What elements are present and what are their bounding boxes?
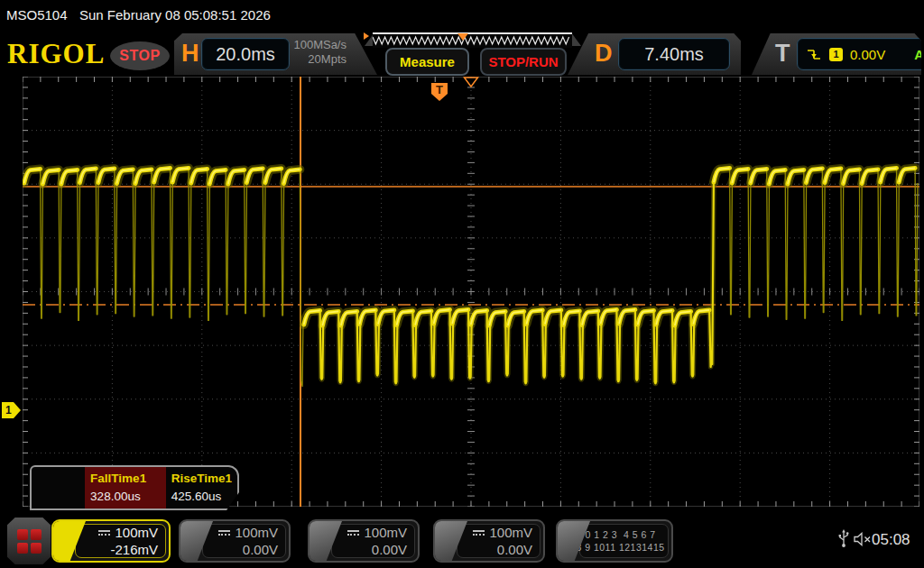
run-state-badge: STOP: [110, 41, 170, 70]
channel2-values: 100mV 0.00V: [202, 524, 286, 558]
trigger-label: T: [775, 40, 790, 68]
horizontal-label: H: [181, 40, 199, 68]
channel2-scale: 100mV: [235, 524, 278, 541]
timebase-value[interactable]: 20.0ms: [201, 38, 290, 70]
channel3-scale: 100mV: [364, 524, 407, 541]
delay-value[interactable]: 7.40ms: [618, 38, 730, 70]
channel1-offset: -216mV: [110, 541, 158, 558]
channel3-values: 100mV 0.00V: [331, 524, 415, 558]
channel1-badge[interactable]: 1 100mV -216mV: [51, 519, 171, 563]
stop-run-button[interactable]: STOP/RUN: [480, 48, 567, 76]
measurement-risetime[interactable]: RiseTime1 425.60us: [166, 467, 237, 508]
acquisition-info: 100MSa/s 20Mpts: [293, 38, 346, 67]
usb-icon: [837, 528, 850, 548]
logic-row2: 8 9 1011 12131415: [576, 541, 664, 554]
overview-zigzag: [373, 35, 572, 47]
channel1-values: 100mV -216mV: [75, 524, 166, 558]
channel3-offset: 0.00V: [372, 541, 407, 558]
overview-trigger-marker-icon: [457, 33, 468, 41]
model-label: MSO5104: [6, 7, 68, 23]
rigol-logo: RIGOL: [7, 38, 105, 70]
menu-grid-icon: [31, 529, 42, 540]
dc-coupling-icon: [218, 530, 230, 536]
measurement-label: RiseTime1: [171, 470, 232, 488]
sample-rate: 100MSa/s: [293, 38, 346, 52]
trigger-control[interactable]: T 1 0.00V A: [752, 33, 921, 75]
memory-depth: 20Mpts: [293, 52, 346, 67]
menu-grid-icon: [17, 529, 28, 540]
measure-button[interactable]: Measure: [385, 48, 469, 76]
menu-grid-button[interactable]: [7, 518, 51, 564]
logic-channels-badge[interactable]: L 0 1 2 3 4 5 6 7 8 9 1011 12131415: [556, 519, 673, 563]
dc-coupling-icon: [98, 530, 110, 536]
measurement-falltime[interactable]: FallTime1 328.00us: [85, 467, 166, 508]
menu-grid-icon: [17, 543, 28, 554]
waveform-overview-strip[interactable]: [373, 32, 572, 48]
dc-coupling-icon: [347, 530, 359, 536]
speaker-muted-icon: [854, 532, 873, 546]
measurement-panel[interactable]: FallTime1 328.00us RiseTime1 425.60us: [30, 465, 239, 510]
falling-edge-icon: [807, 48, 822, 60]
overview-right-cap: [571, 32, 581, 46]
measurement-value: 425.60us: [171, 488, 232, 506]
delay-label: D: [595, 40, 613, 68]
channel2-badge[interactable]: 2 100mV 0.00V: [179, 519, 291, 563]
menu-grid-icon: [31, 543, 42, 554]
trigger-mode-indicator: A: [914, 47, 924, 62]
channel1-offset-marker[interactable]: 1: [2, 402, 21, 418]
trigger-source-badge: 1: [829, 48, 843, 61]
channel2-offset: 0.00V: [243, 541, 278, 558]
channel4-scale: 100mV: [489, 524, 532, 541]
channel1-scale: 100mV: [115, 524, 158, 541]
datetime-label: Sun February 08 05:08:51 2026: [79, 7, 271, 23]
channel4-badge[interactable]: 4 100mV 0.00V: [433, 519, 545, 563]
channel4-values: 100mV 0.00V: [457, 524, 541, 558]
measurement-value: 328.00us: [90, 488, 161, 506]
top-info-bar: MSO5104 Sun February 08 05:08:51 2026: [0, 0, 924, 27]
trigger-settings-box[interactable]: 1 0.00V A: [797, 38, 924, 70]
logic-row1: 0 1 2 3 4 5 6 7: [585, 528, 655, 541]
trigger-level-value: 0.00V: [850, 47, 885, 62]
measurement-panel-handle[interactable]: [32, 467, 85, 508]
dc-coupling-icon: [473, 530, 485, 536]
horizontal-timebase-control[interactable]: H 20.0ms 100MSa/s 20Mpts: [174, 33, 377, 75]
delay-control[interactable]: D 7.40ms: [568, 33, 741, 75]
overview-left-marker-icon: [364, 32, 369, 40]
channel3-badge[interactable]: 3 100mV 0.00V: [308, 519, 420, 563]
waveform-canvas: [23, 77, 919, 507]
measurement-label: FallTime1: [90, 470, 161, 488]
clock-time: 05:08: [872, 531, 910, 549]
channel4-offset: 0.00V: [497, 541, 532, 558]
scope-display: [23, 77, 919, 507]
logic-channel-list: 0 1 2 3 4 5 6 7 8 9 1011 12131415: [579, 524, 669, 558]
